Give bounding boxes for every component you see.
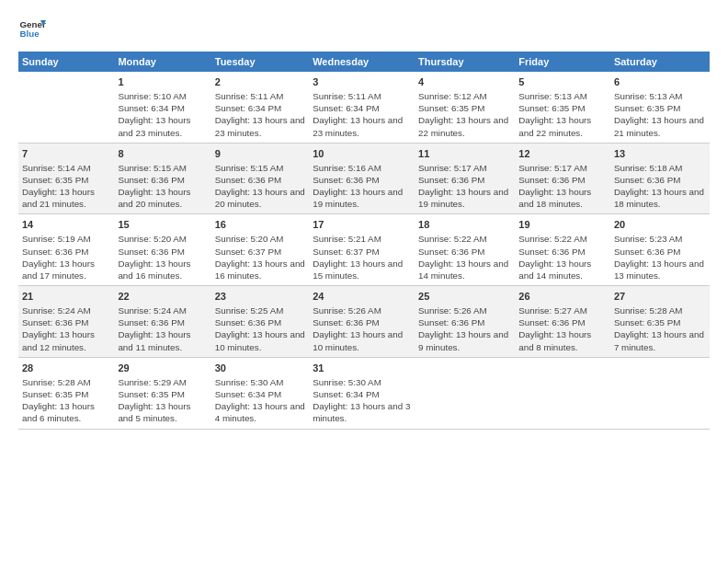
- day-info: Sunrise: 5:19 AMSunset: 6:36 PMDaylight:…: [22, 234, 95, 281]
- day-number: 15: [118, 218, 207, 232]
- col-header-monday: Monday: [114, 52, 210, 72]
- day-number: 17: [313, 218, 411, 232]
- week-row-3: 14Sunrise: 5:19 AMSunset: 6:36 PMDayligh…: [18, 214, 710, 286]
- day-info: Sunrise: 5:11 AMSunset: 6:34 PMDaylight:…: [215, 91, 305, 138]
- day-cell: 20Sunrise: 5:23 AMSunset: 6:36 PMDayligh…: [610, 214, 710, 286]
- day-number: 13: [614, 147, 706, 161]
- day-number: 11: [418, 147, 511, 161]
- day-cell: 4Sunrise: 5:12 AMSunset: 6:35 PMDaylight…: [415, 72, 515, 143]
- day-info: Sunrise: 5:22 AMSunset: 6:36 PMDaylight:…: [518, 234, 591, 281]
- day-info: Sunrise: 5:27 AMSunset: 6:36 PMDaylight:…: [518, 305, 591, 352]
- logo-icon: General Blue: [18, 15, 46, 42]
- week-row-5: 28Sunrise: 5:28 AMSunset: 6:35 PMDayligh…: [18, 357, 710, 429]
- day-cell: 10Sunrise: 5:16 AMSunset: 6:36 PMDayligh…: [309, 143, 415, 214]
- day-cell: 9Sunrise: 5:15 AMSunset: 6:36 PMDaylight…: [211, 143, 309, 214]
- day-cell: [515, 357, 610, 429]
- week-row-4: 21Sunrise: 5:24 AMSunset: 6:36 PMDayligh…: [18, 286, 710, 358]
- col-header-thursday: Thursday: [415, 52, 515, 72]
- page-header: General Blue: [18, 15, 710, 42]
- day-number: 10: [313, 147, 411, 161]
- day-info: Sunrise: 5:26 AMSunset: 6:36 PMDaylight:…: [418, 305, 508, 352]
- day-info: Sunrise: 5:13 AMSunset: 6:35 PMDaylight:…: [614, 91, 704, 138]
- day-info: Sunrise: 5:24 AMSunset: 6:36 PMDaylight:…: [118, 305, 190, 352]
- day-number: 27: [614, 290, 706, 304]
- day-info: Sunrise: 5:15 AMSunset: 6:36 PMDaylight:…: [118, 163, 190, 210]
- day-info: Sunrise: 5:18 AMSunset: 6:36 PMDaylight:…: [614, 163, 704, 210]
- col-header-friday: Friday: [515, 52, 610, 72]
- day-cell: 16Sunrise: 5:20 AMSunset: 6:37 PMDayligh…: [211, 214, 309, 286]
- day-info: Sunrise: 5:23 AMSunset: 6:36 PMDaylight:…: [614, 234, 704, 281]
- day-cell: 3Sunrise: 5:11 AMSunset: 6:34 PMDaylight…: [309, 72, 415, 143]
- day-number: 8: [118, 147, 207, 161]
- day-info: Sunrise: 5:13 AMSunset: 6:35 PMDaylight:…: [518, 91, 591, 138]
- day-info: Sunrise: 5:28 AMSunset: 6:35 PMDaylight:…: [614, 305, 704, 352]
- day-info: Sunrise: 5:30 AMSunset: 6:34 PMDaylight:…: [215, 377, 305, 424]
- day-number: 29: [118, 362, 207, 375]
- day-info: Sunrise: 5:22 AMSunset: 6:36 PMDaylight:…: [418, 234, 508, 281]
- day-cell: 25Sunrise: 5:26 AMSunset: 6:36 PMDayligh…: [415, 286, 515, 358]
- day-number: 5: [518, 75, 607, 89]
- day-number: 28: [22, 362, 110, 375]
- day-number: 21: [22, 290, 110, 304]
- day-cell: 22Sunrise: 5:24 AMSunset: 6:36 PMDayligh…: [114, 286, 210, 358]
- day-cell: 29Sunrise: 5:29 AMSunset: 6:35 PMDayligh…: [114, 357, 210, 429]
- calendar-table: SundayMondayTuesdayWednesdayThursdayFrid…: [18, 52, 710, 430]
- day-cell: 6Sunrise: 5:13 AMSunset: 6:35 PMDaylight…: [610, 72, 710, 143]
- col-header-wednesday: Wednesday: [309, 52, 415, 72]
- day-info: Sunrise: 5:25 AMSunset: 6:36 PMDaylight:…: [215, 305, 305, 352]
- day-number: 23: [215, 290, 305, 304]
- day-cell: 28Sunrise: 5:28 AMSunset: 6:35 PMDayligh…: [18, 357, 114, 429]
- day-info: Sunrise: 5:28 AMSunset: 6:35 PMDaylight:…: [22, 377, 95, 424]
- day-info: Sunrise: 5:26 AMSunset: 6:36 PMDaylight:…: [313, 305, 403, 352]
- day-cell: 14Sunrise: 5:19 AMSunset: 6:36 PMDayligh…: [18, 214, 114, 286]
- day-number: 30: [215, 362, 305, 375]
- day-info: Sunrise: 5:20 AMSunset: 6:37 PMDaylight:…: [215, 234, 305, 281]
- day-cell: 12Sunrise: 5:17 AMSunset: 6:36 PMDayligh…: [515, 143, 610, 214]
- day-number: 25: [418, 290, 511, 304]
- week-row-2: 7Sunrise: 5:14 AMSunset: 6:35 PMDaylight…: [18, 143, 710, 214]
- day-info: Sunrise: 5:15 AMSunset: 6:36 PMDaylight:…: [215, 163, 305, 210]
- day-number: 14: [22, 218, 110, 232]
- day-cell: 24Sunrise: 5:26 AMSunset: 6:36 PMDayligh…: [309, 286, 415, 358]
- day-cell: 1Sunrise: 5:10 AMSunset: 6:34 PMDaylight…: [114, 72, 210, 143]
- day-number: 9: [215, 147, 305, 161]
- day-number: 7: [22, 147, 110, 161]
- day-cell: [18, 72, 114, 143]
- day-cell: [610, 357, 710, 429]
- day-info: Sunrise: 5:17 AMSunset: 6:36 PMDaylight:…: [518, 163, 591, 210]
- col-header-sunday: Sunday: [18, 52, 114, 72]
- day-info: Sunrise: 5:29 AMSunset: 6:35 PMDaylight:…: [118, 377, 190, 424]
- calendar-header-row: SundayMondayTuesdayWednesdayThursdayFrid…: [18, 52, 710, 72]
- day-number: 4: [418, 75, 511, 89]
- day-info: Sunrise: 5:10 AMSunset: 6:34 PMDaylight:…: [118, 91, 190, 138]
- svg-text:Blue: Blue: [20, 29, 40, 39]
- day-number: 22: [118, 290, 207, 304]
- col-header-tuesday: Tuesday: [211, 52, 309, 72]
- day-info: Sunrise: 5:24 AMSunset: 6:36 PMDaylight:…: [22, 305, 95, 352]
- day-info: Sunrise: 5:30 AMSunset: 6:34 PMDaylight:…: [313, 377, 410, 424]
- day-cell: 18Sunrise: 5:22 AMSunset: 6:36 PMDayligh…: [415, 214, 515, 286]
- day-number: 20: [614, 218, 706, 232]
- day-cell: 31Sunrise: 5:30 AMSunset: 6:34 PMDayligh…: [309, 357, 415, 429]
- day-cell: 11Sunrise: 5:17 AMSunset: 6:36 PMDayligh…: [415, 143, 515, 214]
- week-row-1: 1Sunrise: 5:10 AMSunset: 6:34 PMDaylight…: [18, 72, 710, 143]
- day-cell: 5Sunrise: 5:13 AMSunset: 6:35 PMDaylight…: [515, 72, 610, 143]
- day-cell: 8Sunrise: 5:15 AMSunset: 6:36 PMDaylight…: [114, 143, 210, 214]
- day-cell: 21Sunrise: 5:24 AMSunset: 6:36 PMDayligh…: [18, 286, 114, 358]
- day-cell: 27Sunrise: 5:28 AMSunset: 6:35 PMDayligh…: [610, 286, 710, 358]
- day-number: 26: [518, 290, 607, 304]
- day-number: 18: [418, 218, 511, 232]
- day-cell: 17Sunrise: 5:21 AMSunset: 6:37 PMDayligh…: [309, 214, 415, 286]
- day-info: Sunrise: 5:11 AMSunset: 6:34 PMDaylight:…: [313, 91, 403, 138]
- day-cell: 23Sunrise: 5:25 AMSunset: 6:36 PMDayligh…: [211, 286, 309, 358]
- day-number: 31: [313, 362, 411, 375]
- day-cell: [415, 357, 515, 429]
- day-info: Sunrise: 5:21 AMSunset: 6:37 PMDaylight:…: [313, 234, 403, 281]
- day-cell: 30Sunrise: 5:30 AMSunset: 6:34 PMDayligh…: [211, 357, 309, 429]
- day-info: Sunrise: 5:12 AMSunset: 6:35 PMDaylight:…: [418, 91, 508, 138]
- day-cell: 13Sunrise: 5:18 AMSunset: 6:36 PMDayligh…: [610, 143, 710, 214]
- day-number: 3: [313, 75, 411, 89]
- day-info: Sunrise: 5:14 AMSunset: 6:35 PMDaylight:…: [22, 163, 95, 210]
- day-number: 24: [313, 290, 411, 304]
- day-info: Sunrise: 5:20 AMSunset: 6:36 PMDaylight:…: [118, 234, 190, 281]
